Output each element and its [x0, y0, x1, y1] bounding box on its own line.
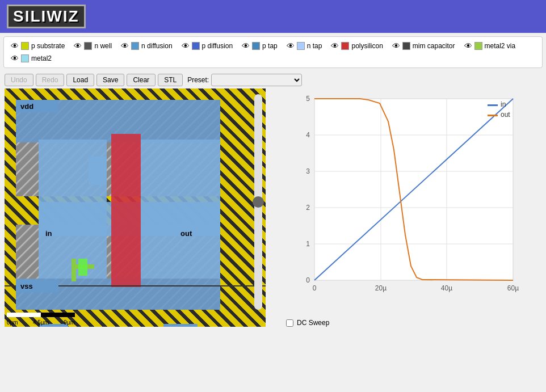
legend-item-p-substrate[interactable]: 👁 p substrate: [11, 41, 65, 50]
chart-container: 5 4 3 2 1 0 0 20µ 40µ 60µ in: [286, 93, 530, 314]
eye-icon-metal2: 👁: [11, 54, 19, 63]
legend-label-p-substrate: p substrate: [31, 42, 65, 50]
out-label-text: out: [168, 326, 180, 327]
legend-out-label: out: [501, 111, 510, 119]
main-area: vdd vss in out in out: [0, 88, 546, 331]
eye-icon-mim-capacitor: 👁: [392, 41, 400, 50]
legend-bar: 👁 p substrate 👁 n well 👁 n diffusion 👁 p…: [3, 36, 543, 68]
eye-icon-p-tap: 👁: [242, 41, 250, 50]
scale-label-max: 9µm: [64, 319, 75, 326]
eye-icon-p-substrate: 👁: [11, 41, 19, 50]
legend-label-metal2-via: metal2 via: [485, 42, 516, 50]
app-logo: SILIWIZ: [7, 5, 86, 28]
color-swatch-n-tap: [297, 42, 305, 50]
y-label-1: 1: [306, 240, 310, 248]
save-button[interactable]: Save: [96, 74, 124, 86]
legend-label-p-diffusion: p diffusion: [202, 42, 233, 50]
vdd-label-text: vdd: [20, 102, 33, 111]
eye-icon-p-diffusion: 👁: [182, 41, 190, 50]
toolbar: Undo Redo Load Save Clear STL Preset:: [0, 71, 546, 88]
chart-svg: 5 4 3 2 1 0 0 20µ 40µ 60µ in: [286, 93, 530, 314]
eye-icon-n-diffusion: 👁: [121, 41, 129, 50]
preset-label: Preset:: [187, 76, 209, 84]
legend-label-n-diffusion: n diffusion: [141, 42, 173, 50]
metal-left-top: [89, 157, 107, 185]
x-label-20: 20µ: [375, 284, 387, 292]
legend-label-n-well: n well: [94, 42, 112, 50]
svg-rect-5: [7, 313, 41, 317]
dc-sweep-checkbox[interactable]: [286, 319, 293, 327]
scale-bar: 0µm 4.5µm 9µm: [7, 310, 81, 326]
legend-item-metal2[interactable]: 👁 metal2: [11, 54, 52, 63]
scale-label-mid: 4.5µm: [33, 319, 49, 326]
stl-button[interactable]: STL: [158, 74, 183, 86]
preset-select[interactable]: [211, 74, 302, 86]
color-swatch-p-substrate: [21, 42, 29, 50]
legend-item-polysilicon[interactable]: 👁 polysilicon: [331, 41, 383, 50]
eye-icon-n-tap: 👁: [287, 41, 295, 50]
scale-label-0: 0µm: [7, 319, 18, 326]
metal2-via-shape: [72, 259, 76, 281]
color-swatch-p-tap: [252, 42, 260, 50]
legend-item-metal2-via[interactable]: 👁 metal2 via: [464, 41, 516, 50]
out-chip-label: out: [180, 229, 192, 238]
y-label-0: 0: [306, 276, 310, 284]
y-label-5: 5: [306, 95, 310, 103]
legend-item-mim-capacitor[interactable]: 👁 mim capacitor: [392, 41, 455, 50]
legend-item-n-diffusion[interactable]: 👁 n diffusion: [121, 41, 173, 50]
eye-icon-metal2-via: 👁: [464, 41, 472, 50]
eye-icon-polysilicon: 👁: [331, 41, 339, 50]
dc-sweep-section: DC Sweep: [286, 319, 541, 327]
redo-button[interactable]: Redo: [36, 74, 65, 86]
in-label-text: in: [45, 326, 52, 327]
poly-vertical: [111, 134, 141, 287]
x-label-40: 40µ: [441, 284, 452, 292]
color-swatch-metal2-via: [474, 42, 482, 50]
legend-label-metal2: metal2: [31, 54, 52, 62]
clear-button[interactable]: Clear: [127, 74, 156, 86]
chip-visualization[interactable]: vdd vss in out in out: [5, 88, 266, 327]
y-label-3: 3: [306, 167, 310, 175]
legend-in-line: [488, 104, 498, 106]
color-swatch-n-well: [84, 42, 92, 50]
metal2-bright: [78, 259, 87, 276]
vss-label-text: vss: [20, 282, 33, 290]
load-button[interactable]: Load: [66, 74, 94, 86]
slider-thumb[interactable]: [253, 196, 264, 208]
legend-out-line: [488, 115, 498, 116]
legend-label-polysilicon: polysilicon: [351, 42, 383, 50]
color-swatch-polysilicon: [341, 42, 349, 50]
y-label-4: 4: [306, 131, 310, 139]
legend-label-p-tap: p tap: [262, 42, 278, 50]
chip-svg: vdd vss in out in out: [5, 88, 266, 327]
eye-icon-n-well: 👁: [74, 41, 82, 50]
legend-item-p-tap[interactable]: 👁 p tap: [242, 41, 278, 50]
legend-label-mim-capacitor: mim capacitor: [413, 42, 455, 50]
dc-sweep-label[interactable]: DC Sweep: [297, 319, 329, 327]
in-chip-label: in: [45, 229, 52, 238]
legend-label-n-tap: n tap: [307, 42, 322, 50]
undo-button[interactable]: Undo: [5, 74, 33, 86]
legend-item-n-tap[interactable]: 👁 n tap: [287, 41, 322, 50]
legend-item-n-well[interactable]: 👁 n well: [74, 41, 112, 50]
legend-item-p-diffusion[interactable]: 👁 p diffusion: [182, 41, 233, 50]
color-swatch-metal2: [21, 54, 29, 62]
color-swatch-n-diffusion: [131, 42, 139, 50]
color-swatch-mim-capacitor: [402, 42, 410, 50]
x-label-0: 0: [313, 284, 317, 292]
chart-area: 5 4 3 2 1 0 0 20µ 40µ 60µ in: [277, 88, 541, 327]
legend-in-label: in: [501, 100, 506, 108]
canvas-area: vdd vss in out in out: [5, 88, 277, 327]
x-label-60: 60µ: [507, 284, 519, 292]
scale-labels: 0µm 4.5µm 9µm: [7, 319, 75, 326]
scale-bar-svg: [7, 310, 81, 319]
color-swatch-p-diffusion: [192, 42, 200, 50]
header: SILIWIZ: [0, 0, 546, 33]
y-label-2: 2: [306, 204, 310, 212]
